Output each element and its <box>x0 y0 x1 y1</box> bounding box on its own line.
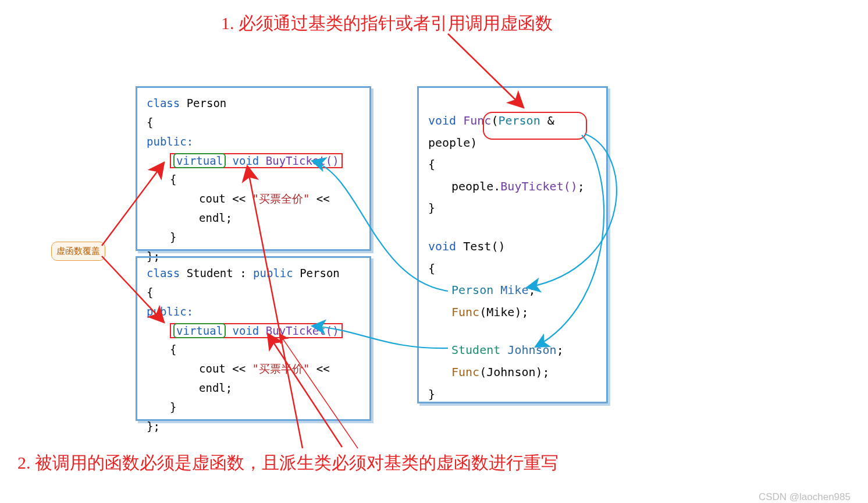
brace-open-func: { <box>428 154 597 176</box>
call-func-mike: Func <box>451 305 479 319</box>
fn-test: Test() <box>463 239 505 253</box>
brace-close-func: } <box>428 197 597 219</box>
arg-people: people <box>428 136 470 150</box>
brace-close-fn: } <box>147 228 360 247</box>
badge-virtual-override: 虚函数覆盖 <box>51 242 105 261</box>
brace-close-s: }; <box>147 417 360 436</box>
brace-open: { <box>147 113 360 132</box>
kw-class: class <box>147 97 180 109</box>
code-box-student: class Student : public Person { public: … <box>136 256 371 421</box>
annotation-top: 1. 必须通过基类的指针或者引用调用虚函数 <box>221 12 553 36</box>
kw-void-test: void <box>428 239 456 253</box>
type-student-t: Student <box>451 343 500 357</box>
kw-class-s: class <box>147 267 180 279</box>
var-mike: Mike <box>493 283 528 297</box>
str-person: "买票全价" <box>252 192 310 205</box>
str-student: "买票半价" <box>252 362 310 375</box>
var-johnson: Johnson <box>500 343 556 357</box>
call-func-johnson: Func <box>451 365 479 379</box>
brace-open-fn: { <box>147 170 360 189</box>
virtual-decl-student: virtual void BuyTicket() <box>170 323 343 338</box>
cout-student: cout << <box>199 362 252 375</box>
code-box-person: class Person { public: virtual void BuyT… <box>136 86 371 251</box>
kw-void-func: void <box>428 114 456 127</box>
type-person-t: Person <box>451 283 493 297</box>
cout-person: cout << <box>199 192 252 205</box>
name-person: Person <box>187 97 227 109</box>
brace-open-test: { <box>428 258 597 280</box>
brace-close-fn-s: } <box>147 398 360 417</box>
kw-public-s: public: <box>147 305 193 318</box>
brace-close-test: } <box>428 384 597 406</box>
watermark: CSDN @laochen985 <box>759 491 851 503</box>
brace-open-s: { <box>147 283 360 302</box>
brace-open-fn-s: { <box>147 340 360 359</box>
virtual-decl-person: virtual void BuyTicket() <box>170 153 343 168</box>
name-student: Student <box>187 267 233 279</box>
call-people: people. <box>451 179 500 193</box>
annotation-bottom: 2. 被调用的函数必须是虚函数，且派生类必须对基类的虚函数进行重写 <box>17 451 558 475</box>
kw-public: public: <box>147 135 193 148</box>
highlight-param <box>483 112 587 140</box>
